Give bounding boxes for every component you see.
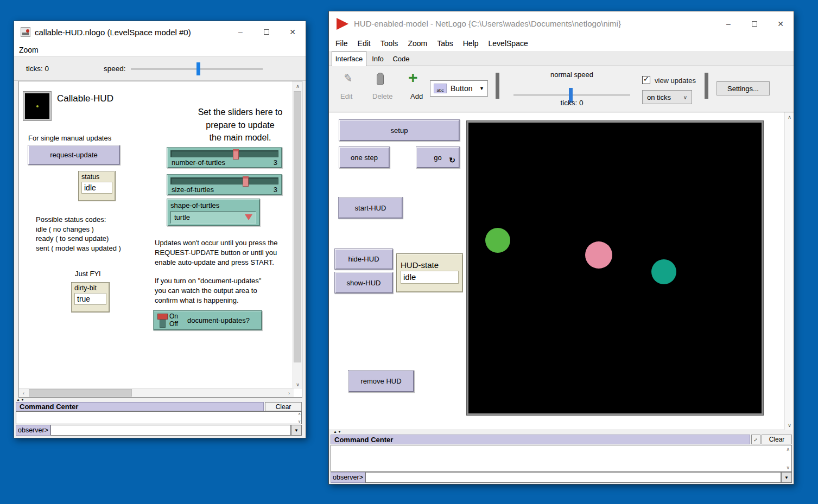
menu-zoom[interactable]: Zoom xyxy=(403,39,432,48)
menu-tabs[interactable]: Tabs xyxy=(432,39,458,48)
left-window-title: callable-HUD.nlogo (LevelSpace model #0) xyxy=(35,28,191,37)
scroll-up-arrow[interactable]: ∧ xyxy=(293,81,302,91)
left-horizontal-scrollbar[interactable]: ‹ › xyxy=(19,388,294,397)
slider-track[interactable] xyxy=(170,150,278,157)
right-command-output[interactable]: ∧ ∨ xyxy=(331,445,792,472)
edit-button[interactable]: Edit xyxy=(340,92,352,100)
netlogo-icon xyxy=(337,18,348,30)
update-mode-dropdown[interactable]: on ticks ∨ xyxy=(642,90,692,104)
observer-history-dropdown[interactable]: ▼ xyxy=(781,472,792,483)
menu-file[interactable]: File xyxy=(331,39,353,48)
size-of-turtles-slider[interactable]: size-of-turtles 3 xyxy=(167,174,282,195)
splitter-handle[interactable]: ▲▼ xyxy=(16,398,25,401)
tab-info[interactable]: Info xyxy=(367,51,388,66)
left-interface-area: Callable-HUD For single manual updates r… xyxy=(18,81,302,398)
delete-button[interactable]: Delete xyxy=(372,92,393,100)
speed-slider-handle[interactable] xyxy=(196,62,200,75)
document-updates-switch[interactable]: On Off document-updates? xyxy=(153,310,262,330)
scrollbar-thumb[interactable] xyxy=(294,91,301,362)
command-center-title: Command Center xyxy=(16,402,264,411)
start-hud-button[interactable]: start-HUD xyxy=(338,197,403,219)
add-button[interactable]: Add xyxy=(410,92,423,100)
go-button[interactable]: go ↻ xyxy=(416,146,460,168)
output-scroll-down-icon[interactable]: ∨ xyxy=(298,419,301,424)
right-toolbar: ✎ Edit Delete + Add abc Button ▼ normal … xyxy=(329,66,794,112)
clear-button[interactable]: Clear xyxy=(762,435,792,444)
scroll-down-arrow[interactable]: ∨ xyxy=(785,420,794,430)
remove-hud-button[interactable]: remove HUD xyxy=(348,370,414,392)
view-updates-label: view updates xyxy=(655,76,696,85)
slider-label: number-of-turtles xyxy=(172,158,225,167)
minimize-button[interactable]: – xyxy=(227,21,253,43)
close-button[interactable]: ✕ xyxy=(280,21,306,43)
right-title-bar[interactable]: HUD-enabled-model - NetLogo {C:\Users\wa… xyxy=(329,11,794,36)
hide-hud-button[interactable]: hide-HUD xyxy=(334,248,393,270)
status-monitor-label: status xyxy=(81,173,112,181)
maximize-button[interactable] xyxy=(253,21,280,43)
updates-note: Updates won't occur until you press the … xyxy=(155,238,278,267)
number-of-turtles-slider[interactable]: number-of-turtles 3 xyxy=(167,147,282,168)
turtle xyxy=(585,241,612,269)
hud-state-monitor: HUD-state idle xyxy=(396,253,463,292)
right-menu-bar: File Edit Tools Zoom Tabs Help LevelSpac… xyxy=(329,36,794,51)
right-vertical-scrollbar[interactable]: ∧ ∨ xyxy=(784,112,794,430)
status-codes-note: Possible status codes: idle ( no changes… xyxy=(36,215,121,253)
add-plus-icon: + xyxy=(408,68,418,87)
left-speed-toolbar: ticks: 0 speed: xyxy=(14,57,306,81)
world-view[interactable] xyxy=(467,121,763,415)
maximize-button[interactable] xyxy=(741,11,768,36)
settings-button[interactable]: Settings... xyxy=(716,81,770,95)
slider-track[interactable] xyxy=(170,177,278,184)
switch-toggle[interactable] xyxy=(157,314,168,320)
switch-off-label: Off xyxy=(169,320,178,328)
widget-type-dropdown[interactable]: abc Button ▼ xyxy=(430,80,488,97)
scroll-left-arrow[interactable]: ‹ xyxy=(19,388,28,398)
view-updates-checkbox[interactable]: ✓ xyxy=(642,76,650,84)
tab-interface[interactable]: Interface xyxy=(332,51,366,66)
splitter-handle[interactable]: ▲▼ xyxy=(333,430,342,433)
minimize-button[interactable]: – xyxy=(715,11,741,36)
observer-command-input[interactable] xyxy=(365,472,781,483)
tab-code[interactable]: Code xyxy=(389,51,413,66)
desktop: callable-HUD.nlogo (LevelSpace model #0)… xyxy=(0,0,818,504)
scroll-up-arrow[interactable]: ∧ xyxy=(785,112,794,122)
show-hud-button[interactable]: show-HUD xyxy=(334,272,393,294)
mini-turtle xyxy=(36,105,39,107)
one-step-button[interactable]: one step xyxy=(339,146,390,168)
scroll-down-arrow[interactable]: ∨ xyxy=(293,380,302,389)
scroll-right-arrow[interactable]: › xyxy=(284,388,294,398)
observer-prompt: observer> xyxy=(331,472,365,483)
menu-help[interactable]: Help xyxy=(458,39,484,48)
clear-button[interactable]: Clear xyxy=(265,402,302,411)
setup-button[interactable]: setup xyxy=(339,119,460,141)
toolbar-separator xyxy=(496,73,499,99)
observer-history-dropdown[interactable]: ▼ xyxy=(291,425,302,436)
request-update-button[interactable]: request-update xyxy=(28,145,120,165)
go-button-label: go xyxy=(434,154,441,162)
mini-world-view[interactable] xyxy=(23,92,51,120)
shape-of-turtles-chooser[interactable]: shape-of-turtles turtle xyxy=(167,199,260,226)
left-menu-bar: Zoom xyxy=(14,43,306,57)
left-title-bar[interactable]: callable-HUD.nlogo (LevelSpace model #0)… xyxy=(14,21,306,43)
output-scroll-down-icon[interactable]: ∨ xyxy=(786,465,790,470)
menu-zoom-left[interactable]: Zoom xyxy=(14,46,43,54)
menu-levelspace[interactable]: LevelSpace xyxy=(484,39,533,48)
model-heading: Callable-HUD xyxy=(57,93,113,104)
left-command-output[interactable]: ∧ ∨ xyxy=(16,411,302,424)
right-interface-area: setup one step go ↻ start-HUD hide-HUD s… xyxy=(329,112,794,429)
dropdown-caret-icon: ▼ xyxy=(479,86,484,91)
observer-command-input[interactable] xyxy=(50,425,291,436)
delete-eraser-icon xyxy=(377,73,384,85)
menu-tools[interactable]: Tools xyxy=(376,39,403,48)
hud-state-value: idle xyxy=(401,271,459,284)
output-scroll-up-icon[interactable]: ∧ xyxy=(298,412,301,416)
left-window: callable-HUD.nlogo (LevelSpace model #0)… xyxy=(14,21,306,438)
output-scroll-up-icon[interactable]: ∧ xyxy=(786,446,790,452)
chooser-dropdown[interactable]: turtle xyxy=(170,211,256,224)
scrollbar-thumb[interactable] xyxy=(29,389,132,397)
left-vertical-scrollbar[interactable]: ∧ ∨ xyxy=(293,81,302,389)
close-button[interactable]: ✕ xyxy=(768,11,794,36)
tab-row: Interface Info Code xyxy=(329,51,794,66)
menu-edit[interactable]: Edit xyxy=(353,39,376,48)
expand-command-center-icon[interactable]: ↕ xyxy=(751,435,760,444)
